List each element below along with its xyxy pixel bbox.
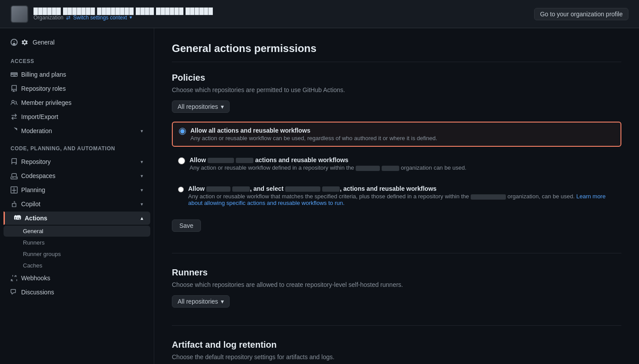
learn-more-link[interactable]: Learn more about allowing specific actio… <box>188 193 606 206</box>
policies-dropdown-button[interactable]: All repositories ▾ <box>172 100 230 113</box>
sidebar-actions-label: Actions <box>25 215 47 222</box>
artifact-section: Artifact and log retention Choose the de… <box>172 340 621 364</box>
sidebar-item-discussions[interactable]: Discussions <box>4 286 150 299</box>
org-profile-button[interactable]: Go to your organization profile <box>534 8 628 20</box>
sidebar-sub-actions-runners[interactable]: Runners <box>4 237 150 248</box>
radio-allow-all-label[interactable]: Allow all actions and reusable workflows <box>190 127 310 134</box>
runners-title: Runners <box>172 267 621 278</box>
import-export-icon <box>11 113 18 120</box>
actions-chevron-icon: ▴ <box>141 215 143 221</box>
copilot-icon <box>11 201 18 208</box>
radio-allow-org-desc: Any action or reusable workflow defined … <box>189 164 466 171</box>
org-subtitle: Organization ⇄ Switch settings context ▾ <box>33 15 213 21</box>
sidebar-item-repository-roles[interactable]: Repository roles <box>4 82 150 95</box>
radio-allow-all-input[interactable] <box>179 128 186 135</box>
switch-arrows-icon: ⇄ <box>66 15 71 21</box>
codespaces-chevron-icon: ▾ <box>141 173 143 179</box>
sidebar-moderation-label: Moderation <box>21 127 52 134</box>
chevron-down-icon: ▾ <box>130 15 132 20</box>
runners-dropdown-arrow-icon: ▾ <box>221 298 224 305</box>
page-title: General actions permissions <box>172 42 621 62</box>
codespaces-icon <box>11 172 18 179</box>
sidebar: General Access Billing and plans Reposit… <box>0 28 154 364</box>
radio-allow-org-input[interactable] <box>178 157 185 164</box>
org-label: Organization <box>33 15 63 21</box>
org-avatar <box>11 5 28 23</box>
sidebar-item-moderation[interactable]: Moderation ▾ <box>4 124 150 137</box>
radio-option-allow-all[interactable]: Allow all actions and reusable workflows… <box>172 122 621 147</box>
sidebar-item-member-privileges[interactable]: Member privileges <box>4 96 150 109</box>
policies-dropdown-label: All repositories <box>178 103 218 110</box>
sidebar-item-actions[interactable]: Actions ▴ <box>4 212 150 225</box>
radio-option-allow-select[interactable]: Allow , and select , actions and reusabl… <box>172 181 621 211</box>
runners-section: Runners Choose which repositories are al… <box>172 267 621 308</box>
sidebar-section-code: Code, planning, and automation <box>0 138 154 155</box>
main-content: General actions permissions Policies Cho… <box>154 28 639 364</box>
org-name: ██████ ███████ ████████ ████ ██████ ████… <box>33 7 213 15</box>
runners-dropdown-label: All repositories <box>178 298 218 305</box>
repo-roles-icon <box>11 85 18 92</box>
divider-1 <box>172 253 621 253</box>
sidebar-sub-actions-caches[interactable]: Caches <box>4 260 150 271</box>
moderation-chevron-icon: ▾ <box>141 128 143 134</box>
radio-allow-select-label[interactable]: Allow , and select , actions and reusabl… <box>188 185 437 192</box>
page-layout: General Access Billing and plans Reposit… <box>0 28 639 364</box>
shield-icon <box>11 127 18 134</box>
actions-icon <box>14 215 21 222</box>
runners-dropdown-button[interactable]: All repositories ▾ <box>172 295 230 308</box>
dropdown-arrow-icon: ▾ <box>221 103 224 110</box>
policies-description: Choose which repositories are permitted … <box>172 86 621 93</box>
sidebar-item-copilot[interactable]: Copilot ▾ <box>4 197 150 211</box>
sidebar-item-repository[interactable]: Repository ▾ <box>4 155 150 168</box>
sidebar-item-webhooks[interactable]: Webhooks <box>4 271 150 285</box>
sidebar-import-label: Import/Export <box>21 113 58 120</box>
repository-chevron-icon: ▾ <box>141 159 143 165</box>
policies-title: Policies <box>172 73 621 83</box>
divider-2 <box>172 325 621 326</box>
gear-icon-2 <box>21 39 28 46</box>
sidebar-repository-label: Repository <box>21 158 51 165</box>
artifact-description: Choose the default repository settings f… <box>172 353 621 360</box>
sidebar-discussions-label: Discussions <box>21 289 54 296</box>
radio-options-group: Allow all actions and reusable workflows… <box>172 122 621 211</box>
discussions-icon <box>11 289 18 296</box>
webhooks-icon <box>11 275 18 282</box>
planning-chevron-icon: ▾ <box>141 187 143 193</box>
sidebar-sub-actions-runner-groups[interactable]: Runner groups <box>4 249 150 260</box>
artifact-title: Artifact and log retention <box>172 340 621 350</box>
radio-allow-org-label[interactable]: Allow actions and reusable workflows <box>189 156 349 163</box>
sidebar-item-codespaces[interactable]: Codespaces ▾ <box>4 169 150 182</box>
sidebar-member-label: Member privileges <box>21 99 71 106</box>
sidebar-item-planning[interactable]: Planning ▾ <box>4 183 150 197</box>
switch-context-link[interactable]: Switch settings context <box>73 15 127 21</box>
sidebar-billing-label: Billing and plans <box>21 71 66 78</box>
radio-allow-select-input[interactable] <box>178 186 184 193</box>
copilot-chevron-icon: ▾ <box>141 201 143 207</box>
org-info: ██████ ███████ ████████ ████ ██████ ████… <box>11 5 213 23</box>
sidebar-codespaces-label: Codespaces <box>21 172 56 179</box>
sidebar-sub-actions-general[interactable]: General <box>4 226 150 237</box>
sidebar-repo-roles-label: Repository roles <box>21 85 66 92</box>
sidebar-planning-label: Planning <box>21 186 45 193</box>
sidebar-section-access: Access <box>0 51 154 68</box>
member-icon <box>11 99 18 106</box>
sidebar-item-import-export[interactable]: Import/Export <box>4 110 150 123</box>
planning-icon <box>11 186 18 193</box>
sidebar-general-label: General <box>33 39 55 46</box>
runners-description: Choose which repositories are allowed to… <box>172 281 621 288</box>
credit-card-icon <box>11 71 18 78</box>
sidebar-actions-group: Actions ▴ <box>0 212 154 225</box>
save-button[interactable]: Save <box>172 219 201 232</box>
policies-section: Policies Choose which repositories are p… <box>172 73 621 235</box>
top-header: ██████ ███████ ████████ ████ ██████ ████… <box>0 0 639 28</box>
org-title-block: ██████ ███████ ████████ ████ ██████ ████… <box>33 7 213 21</box>
sidebar-item-billing[interactable]: Billing and plans <box>4 68 150 81</box>
gear-icon <box>11 39 18 46</box>
radio-option-allow-org[interactable]: Allow actions and reusable workflows Any… <box>172 152 621 175</box>
radio-allow-all-desc: Any action or reusable workflow can be u… <box>190 135 437 141</box>
radio-allow-select-desc: Any action or reusable workflow that mat… <box>188 193 615 206</box>
sidebar-webhooks-label: Webhooks <box>21 275 50 282</box>
sidebar-item-general[interactable]: General <box>4 35 150 49</box>
sidebar-copilot-label: Copilot <box>21 201 41 208</box>
repo-icon <box>11 158 18 165</box>
